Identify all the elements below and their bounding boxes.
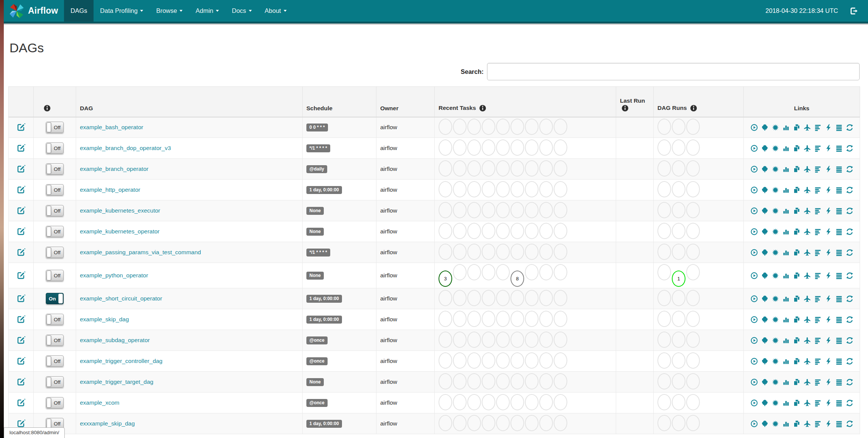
dag-pause-toggle[interactable]: Off	[46, 270, 64, 281]
dag-pause-toggle[interactable]: Off	[46, 376, 64, 388]
task-duration-icon[interactable]	[782, 316, 790, 323]
task-duration-icon[interactable]	[782, 207, 790, 214]
landing-times-icon[interactable]	[804, 295, 811, 302]
landing-times-icon[interactable]	[804, 378, 811, 385]
logs-icon[interactable]	[835, 272, 843, 279]
landing-times-icon[interactable]	[804, 144, 811, 152]
task-tries-icon[interactable]	[793, 124, 800, 131]
dag-pause-toggle[interactable]: Off	[46, 247, 64, 258]
trigger-dag-icon[interactable]	[751, 316, 758, 323]
info-icon[interactable]	[690, 105, 697, 112]
tree-view-icon[interactable]	[761, 186, 768, 193]
code-view-icon[interactable]	[825, 249, 832, 256]
trigger-dag-icon[interactable]	[751, 207, 758, 214]
task-tries-icon[interactable]	[793, 357, 800, 364]
logs-icon[interactable]	[835, 336, 843, 344]
gantt-view-icon[interactable]	[814, 144, 821, 152]
dag-link[interactable]: example_python_operator	[80, 272, 148, 278]
dag-pause-toggle[interactable]: Off	[46, 163, 64, 175]
trigger-dag-icon[interactable]	[751, 165, 758, 172]
graph-view-icon[interactable]	[772, 378, 779, 385]
refresh-icon[interactable]	[846, 144, 853, 152]
dag-pause-toggle[interactable]: Off	[46, 355, 64, 367]
task-count-circle[interactable]: 8	[510, 271, 524, 287]
logs-icon[interactable]	[835, 144, 843, 152]
code-view-icon[interactable]	[825, 124, 832, 131]
task-duration-icon[interactable]	[782, 249, 790, 256]
task-duration-icon[interactable]	[782, 272, 790, 279]
graph-view-icon[interactable]	[772, 249, 779, 256]
gantt-view-icon[interactable]	[814, 186, 821, 193]
graph-view-icon[interactable]	[772, 228, 779, 235]
edit-dag-button[interactable]	[17, 186, 25, 194]
dag-link[interactable]: example_kubernetes_executor	[80, 207, 160, 214]
airflow-brand[interactable]: Airflow	[4, 0, 64, 22]
gantt-view-icon[interactable]	[814, 228, 821, 235]
task-tries-icon[interactable]	[793, 295, 800, 302]
task-duration-icon[interactable]	[782, 165, 790, 172]
edit-dag-button[interactable]	[17, 206, 25, 215]
code-view-icon[interactable]	[825, 420, 832, 427]
dag-link[interactable]: example_trigger_controller_dag	[80, 358, 162, 364]
task-tries-icon[interactable]	[793, 420, 800, 427]
task-duration-icon[interactable]	[782, 336, 790, 344]
landing-times-icon[interactable]	[804, 272, 811, 279]
nav-item-data-profiling[interactable]: Data Profiling	[94, 0, 150, 22]
graph-view-icon[interactable]	[772, 186, 779, 193]
tree-view-icon[interactable]	[761, 144, 768, 152]
refresh-icon[interactable]	[846, 207, 853, 214]
logs-icon[interactable]	[835, 399, 843, 406]
landing-times-icon[interactable]	[804, 228, 811, 235]
edit-dag-button[interactable]	[17, 165, 25, 174]
task-duration-icon[interactable]	[782, 124, 790, 131]
task-duration-icon[interactable]	[782, 186, 790, 193]
task-tries-icon[interactable]	[793, 399, 800, 406]
tree-view-icon[interactable]	[761, 249, 768, 256]
graph-view-icon[interactable]	[772, 207, 779, 214]
dag-pause-toggle[interactable]: Off	[46, 226, 64, 237]
landing-times-icon[interactable]	[804, 316, 811, 323]
info-icon[interactable]	[479, 105, 486, 112]
gantt-view-icon[interactable]	[814, 124, 821, 131]
info-icon[interactable]	[44, 105, 51, 112]
edit-dag-button[interactable]	[17, 419, 25, 428]
dag-link[interactable]: example_subdag_operator	[80, 337, 150, 343]
edit-dag-button[interactable]	[17, 271, 25, 280]
landing-times-icon[interactable]	[804, 165, 811, 172]
gantt-view-icon[interactable]	[814, 399, 821, 406]
dag-link[interactable]: example_trigger_target_dag	[80, 379, 153, 385]
edit-dag-button[interactable]	[17, 294, 25, 303]
tree-view-icon[interactable]	[761, 420, 768, 427]
graph-view-icon[interactable]	[772, 295, 779, 302]
refresh-icon[interactable]	[846, 272, 853, 279]
edit-dag-button[interactable]	[17, 144, 25, 153]
refresh-icon[interactable]	[846, 336, 853, 344]
logs-icon[interactable]	[835, 249, 843, 256]
refresh-icon[interactable]	[846, 378, 853, 385]
task-tries-icon[interactable]	[793, 249, 800, 256]
dag-pause-toggle[interactable]: Off	[46, 335, 64, 346]
tree-view-icon[interactable]	[761, 336, 768, 344]
nav-item-admin[interactable]: Admin	[189, 0, 225, 22]
edit-dag-button[interactable]	[17, 248, 25, 257]
tree-view-icon[interactable]	[761, 272, 768, 279]
task-tries-icon[interactable]	[793, 272, 800, 279]
task-duration-icon[interactable]	[782, 228, 790, 235]
gantt-view-icon[interactable]	[814, 357, 821, 364]
logs-icon[interactable]	[835, 186, 843, 193]
edit-dag-button[interactable]	[17, 378, 25, 386]
landing-times-icon[interactable]	[804, 186, 811, 193]
task-tries-icon[interactable]	[793, 228, 800, 235]
tree-view-icon[interactable]	[761, 207, 768, 214]
refresh-icon[interactable]	[846, 249, 853, 256]
code-view-icon[interactable]	[825, 272, 832, 279]
landing-times-icon[interactable]	[804, 357, 811, 364]
task-duration-icon[interactable]	[782, 399, 790, 406]
dag-link[interactable]: example_bash_operator	[80, 124, 143, 130]
refresh-icon[interactable]	[846, 420, 853, 427]
logs-icon[interactable]	[835, 165, 843, 172]
task-tries-icon[interactable]	[793, 207, 800, 214]
edit-dag-button[interactable]	[17, 336, 25, 345]
dag-pause-toggle[interactable]: Off	[46, 142, 64, 154]
trigger-dag-icon[interactable]	[751, 378, 758, 385]
